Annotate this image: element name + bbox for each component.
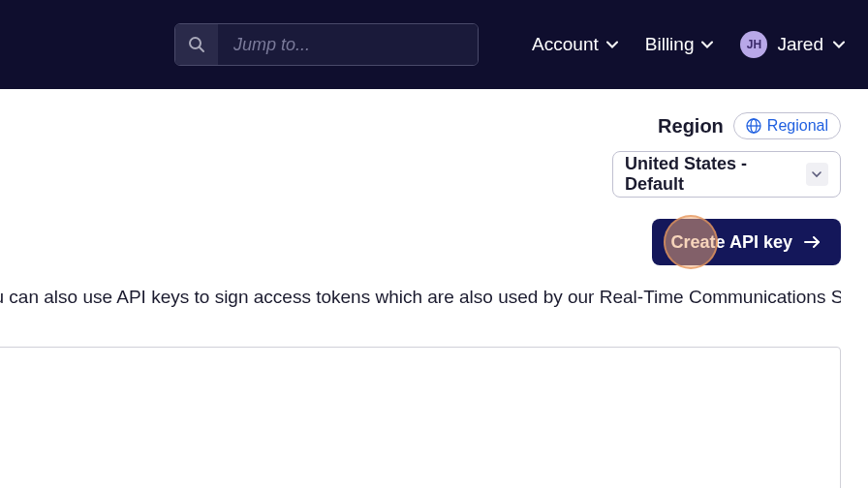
select-chevron-box <box>806 163 828 186</box>
main-content: Region Regional United States - Default … <box>0 89 868 488</box>
chevron-down-icon <box>701 41 713 48</box>
search-input[interactable] <box>218 24 478 65</box>
region-row: Region Regional <box>0 112 841 139</box>
regional-badge[interactable]: Regional <box>733 112 841 139</box>
content-panel <box>0 347 841 488</box>
region-select-value: United States - Default <box>625 154 806 195</box>
create-api-key-label: Create API key <box>671 232 792 253</box>
svg-line-1 <box>200 47 203 51</box>
search-icon-box[interactable] <box>175 24 218 65</box>
region-label: Region <box>658 115 724 137</box>
arrow-right-icon <box>804 235 822 249</box>
nav-account[interactable]: Account <box>532 34 618 55</box>
header-nav: Account Billing JH Jared <box>532 31 845 58</box>
nav-billing[interactable]: Billing <box>645 34 714 55</box>
chevron-down-icon <box>812 171 822 178</box>
app-header: Account Billing JH Jared <box>0 0 868 89</box>
description-text: You can also use API keys to sign access… <box>0 287 841 308</box>
chevron-down-icon <box>606 41 618 48</box>
globe-icon <box>746 118 761 134</box>
avatar: JH <box>740 31 767 58</box>
region-select-wrapper: United States - Default <box>0 151 841 198</box>
search-icon <box>188 36 205 53</box>
regional-badge-label: Regional <box>767 117 828 135</box>
search-wrapper <box>174 23 479 66</box>
nav-account-label: Account <box>532 34 599 55</box>
create-api-key-button[interactable]: Create API key <box>652 219 841 265</box>
user-name: Jared <box>777 34 823 55</box>
user-menu[interactable]: JH Jared <box>740 31 845 58</box>
nav-billing-label: Billing <box>645 34 695 55</box>
region-select[interactable]: United States - Default <box>612 151 841 198</box>
chevron-down-icon <box>833 41 845 48</box>
create-btn-row: Create API key <box>0 219 841 265</box>
avatar-initials: JH <box>747 38 761 51</box>
create-btn-wrapper: Create API key <box>652 219 841 265</box>
